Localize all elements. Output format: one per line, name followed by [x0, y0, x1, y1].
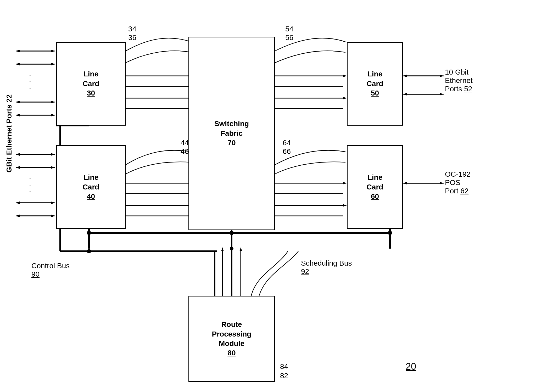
- line-card-50-box: Line Card 50: [347, 42, 403, 126]
- svg-marker-93: [239, 247, 242, 251]
- svg-point-101: [87, 249, 91, 253]
- line-card-60-ref: 60: [371, 192, 379, 201]
- svg-point-86: [87, 231, 91, 235]
- oc192-label: OC-192 POS Port 62: [445, 170, 471, 195]
- svg-point-94: [230, 247, 233, 250]
- gbit-label-container: GBit Ethernet Ports 22: [3, 52, 16, 215]
- svg-marker-59: [343, 97, 347, 99]
- system-ref: 20: [406, 361, 416, 372]
- rpm-ref: 80: [227, 348, 236, 358]
- svg-marker-26: [16, 166, 20, 169]
- gbit-ports-label: GBit Ethernet Ports 22: [5, 94, 13, 173]
- switching-fabric-label-line2: Fabric: [221, 129, 243, 138]
- line-card-60-label-line1: Line: [367, 173, 383, 182]
- rpm-box: Route Processing Module 80: [188, 296, 275, 382]
- line-card-50-ref: 50: [371, 88, 379, 98]
- ref-46: 46: [181, 147, 189, 156]
- svg-marker-55: [343, 75, 347, 77]
- switching-fabric-label-line1: Switching: [214, 119, 249, 128]
- control-bus-label: Control Bus 90: [31, 262, 70, 278]
- line-card-50-label-line1: Line: [367, 69, 383, 79]
- svg-marker-33: [16, 201, 20, 204]
- switching-fabric-box: Switching Fabric 70: [188, 37, 275, 230]
- line-card-60-box: Line Card 60: [347, 145, 403, 229]
- line-card-30-label-line1: Line: [83, 69, 99, 79]
- ref-84: 84: [280, 362, 288, 371]
- svg-marker-91: [221, 247, 224, 251]
- ref-56: 56: [285, 33, 293, 42]
- svg-marker-63: [343, 182, 347, 184]
- ref-64: 64: [283, 139, 291, 147]
- line-card-40-ref: 40: [87, 192, 95, 201]
- switching-fabric-ref: 70: [227, 138, 236, 148]
- line-card-60-label-line2: Card: [367, 182, 383, 192]
- line-card-40-box: Line Card 40: [56, 145, 126, 229]
- svg-marker-14: [16, 101, 20, 103]
- rpm-label-line1: Route: [221, 320, 242, 329]
- ref-82: 82: [280, 372, 288, 380]
- ref-44: 44: [181, 139, 189, 147]
- svg-text:·: ·: [29, 187, 31, 195]
- line-card-40-label-line1: Line: [83, 173, 99, 182]
- svg-marker-7: [16, 63, 20, 65]
- line-card-40-label-line2: Card: [83, 182, 99, 192]
- svg-point-87: [230, 231, 234, 235]
- svg-marker-81: [403, 182, 407, 184]
- svg-marker-37: [16, 215, 20, 217]
- svg-point-88: [388, 231, 392, 235]
- line-card-30-ref: 30: [87, 88, 95, 98]
- ref-66: 66: [283, 147, 291, 156]
- ref-34: 34: [128, 25, 136, 33]
- svg-marker-77: [403, 93, 407, 96]
- svg-marker-3: [16, 50, 20, 52]
- ref-36: 36: [128, 33, 136, 42]
- svg-marker-73: [403, 75, 407, 77]
- rpm-label-line2: Processing: [212, 329, 252, 339]
- ethernet-10gbit-label: 10 Gbit Ethernet Ports 52: [445, 68, 473, 93]
- line-card-30-box: Line Card 30: [56, 42, 126, 126]
- svg-text:·: ·: [29, 84, 31, 92]
- ref-54: 54: [285, 25, 293, 33]
- line-card-30-label-line2: Card: [83, 79, 99, 88]
- svg-marker-18: [16, 114, 20, 116]
- scheduling-bus-label: Scheduling Bus 92: [301, 259, 352, 276]
- svg-marker-67: [343, 204, 347, 207]
- svg-marker-22: [16, 153, 20, 156]
- line-card-50-label-line2: Card: [367, 79, 383, 88]
- rpm-label-line3: Module: [219, 339, 244, 348]
